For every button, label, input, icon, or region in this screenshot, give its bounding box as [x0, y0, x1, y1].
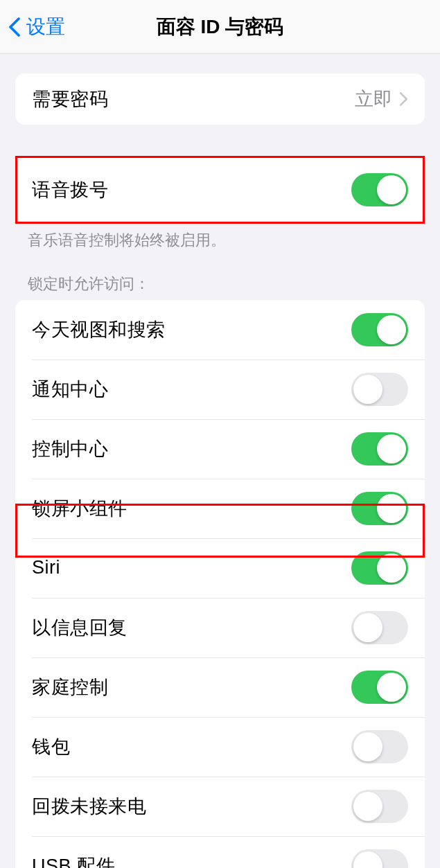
lock-access-group: 今天视图和搜索通知中心控制中心锁屏小组件Siri以信息回复家庭控制钱包回拨未接来…: [15, 300, 425, 868]
voice-dial-row: 语音拨号: [15, 158, 425, 222]
require-passcode-value: 立即: [355, 87, 392, 112]
lock-access-item-toggle[interactable]: [351, 551, 408, 585]
lock-access-row: 家庭控制: [15, 657, 425, 717]
lock-access-item-label: 回拨未接来电: [32, 794, 146, 819]
lock-access-row: USB 配件: [15, 836, 425, 868]
lock-access-item-toggle[interactable]: [351, 373, 408, 406]
lock-access-item-label: 以信息回复: [32, 615, 127, 640]
lock-access-item-toggle[interactable]: [351, 730, 408, 763]
voice-dial-group: 语音拨号: [15, 158, 425, 222]
back-button[interactable]: 设置: [8, 14, 65, 40]
lock-access-item-toggle[interactable]: [351, 790, 408, 823]
page-title: 面容 ID 与密码: [157, 14, 284, 40]
lock-access-row: 控制中心: [15, 419, 425, 479]
voice-dial-label: 语音拨号: [32, 177, 108, 202]
chevron-left-icon: [8, 17, 21, 37]
lock-access-item-toggle[interactable]: [351, 313, 408, 346]
lock-access-item-label: USB 配件: [32, 853, 115, 868]
lock-access-item-toggle[interactable]: [351, 849, 408, 868]
lock-access-row: 通知中心: [15, 360, 425, 419]
voice-dial-toggle[interactable]: [351, 173, 408, 206]
lock-access-row: Siri: [15, 538, 425, 598]
navbar: 设置 面容 ID 与密码: [0, 0, 440, 54]
chevron-right-icon: [399, 91, 408, 107]
lock-access-item-label: 钱包: [32, 734, 70, 759]
lock-access-header: 锁定时允许访问：: [0, 251, 440, 300]
require-passcode-row[interactable]: 需要密码 立即: [15, 73, 425, 125]
lock-access-item-label: 通知中心: [32, 377, 108, 402]
lock-access-row: 钱包: [15, 717, 425, 777]
require-passcode-group: 需要密码 立即: [15, 73, 425, 125]
lock-access-item-label: 锁屏小组件: [32, 496, 127, 521]
lock-access-row: 回拨未接来电: [15, 777, 425, 836]
lock-access-row: 以信息回复: [15, 598, 425, 657]
lock-access-item-label: 今天视图和搜索: [32, 317, 166, 342]
lock-access-item-toggle[interactable]: [351, 611, 408, 644]
lock-access-item-label: 控制中心: [32, 436, 108, 461]
lock-access-item-toggle[interactable]: [351, 432, 408, 466]
require-passcode-label: 需要密码: [32, 87, 108, 112]
back-label: 设置: [26, 14, 65, 40]
lock-access-row: 锁屏小组件: [15, 479, 425, 538]
lock-access-item-label: Siri: [32, 557, 60, 578]
lock-access-item-toggle[interactable]: [351, 671, 408, 704]
lock-access-row: 今天视图和搜索: [15, 300, 425, 360]
lock-access-item-label: 家庭控制: [32, 675, 108, 700]
voice-dial-footer: 音乐语音控制将始终被启用。: [0, 222, 440, 251]
lock-access-item-toggle[interactable]: [351, 492, 408, 525]
